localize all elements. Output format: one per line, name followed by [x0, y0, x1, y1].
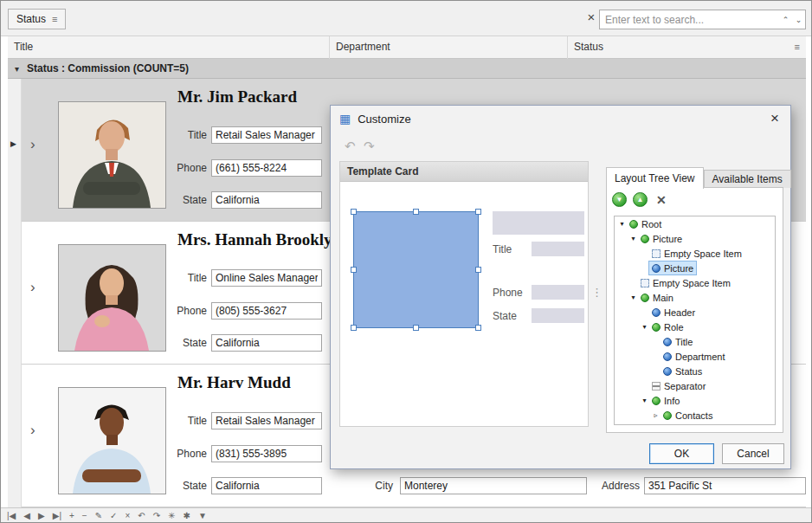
group-icon — [629, 220, 638, 229]
tree-node-empty-space-2[interactable]: Empty Space Item — [615, 275, 775, 290]
selected-picture-item[interactable] — [353, 211, 479, 328]
expander-icon[interactable]: ▾ — [640, 323, 649, 331]
column-header-title[interactable]: Title — [8, 36, 330, 59]
resize-handle[interactable] — [413, 325, 419, 331]
customer-name: Mr. Jim Packard — [177, 87, 297, 107]
accept-changes-icon[interactable]: ✓ — [110, 512, 117, 520]
title-field-label: Title — [169, 272, 207, 284]
tree-node-info[interactable]: ▾ Info — [615, 393, 775, 408]
search-up-icon[interactable]: ⌃ — [779, 16, 792, 24]
undo-icon[interactable]: ↶ — [345, 139, 356, 154]
tree-node-separator[interactable]: Separator — [615, 378, 775, 393]
row-expand-icon[interactable]: › — [30, 136, 35, 153]
header-placeholder[interactable] — [493, 211, 584, 235]
dialog-title-bar[interactable]: ▦ Customize × — [331, 106, 790, 132]
cancel-changes-icon[interactable]: × — [125, 512, 130, 520]
row-expand-icon[interactable]: › — [30, 422, 35, 439]
expander-icon[interactable]: ▾ — [640, 397, 649, 404]
cancel-button[interactable]: Cancel — [722, 443, 784, 464]
tree-node-main[interactable]: ▾ Main — [615, 290, 775, 305]
city-field-label: City — [355, 480, 393, 492]
state-field-input[interactable] — [211, 477, 322, 494]
state-field-label: State — [169, 480, 207, 492]
separator-icon — [652, 382, 661, 391]
state-field-label: State — [169, 337, 207, 349]
title-field-input[interactable] — [211, 269, 322, 287]
options-icon[interactable]: ✳ — [168, 512, 175, 520]
filter-icon[interactable]: ▼ — [198, 512, 207, 520]
expander-icon[interactable]: ▾ — [628, 235, 638, 242]
tree-node-contacts[interactable]: ▹ Contacts — [615, 408, 775, 423]
grouped-column-button[interactable]: Status ≡ — [8, 9, 66, 29]
splitter-grip-icon[interactable]: ⋮ — [591, 286, 603, 299]
append-record-icon[interactable]: + — [69, 512, 74, 520]
close-find-panel-icon[interactable]: × — [584, 10, 598, 24]
title-field-input[interactable] — [211, 412, 322, 429]
expander-icon[interactable]: ▹ — [651, 411, 661, 419]
address-field-label: Address — [593, 480, 640, 492]
undo-icon[interactable]: ↶ — [138, 512, 145, 520]
tree-node-picture[interactable]: Picture — [615, 261, 775, 275]
resize-handle[interactable] — [351, 209, 357, 215]
resize-handle[interactable] — [351, 267, 357, 273]
tree-node-role[interactable]: ▾ Role — [615, 320, 775, 334]
state-field-input[interactable] — [211, 191, 322, 209]
data-navigator: |◀ ◀ ▶ ▶| + − ✎ ✓ × ↶ ↷ ✳ ✱ ▼ — [1, 507, 811, 523]
title-placeholder[interactable] — [532, 242, 584, 256]
title-field-input[interactable] — [211, 126, 322, 144]
phone-field-input[interactable] — [211, 302, 322, 320]
redo-icon[interactable]: ↷ — [153, 512, 160, 520]
address-field-input[interactable] — [644, 477, 806, 494]
column-header-department[interactable]: Department — [330, 36, 568, 59]
customer-photo — [58, 101, 166, 209]
tree-node-empty-space-1[interactable]: Empty Space Item — [615, 246, 775, 261]
tree-node-title[interactable]: Title — [615, 334, 775, 349]
expander-icon[interactable]: ▾ — [617, 220, 627, 228]
tree-node-header[interactable]: Header — [615, 305, 775, 320]
city-field-input[interactable] — [400, 477, 587, 494]
phone-field-input[interactable] — [211, 159, 322, 177]
delete-item-icon[interactable]: ✕ — [656, 193, 667, 207]
group-collapse-icon[interactable]: ▾ — [15, 64, 27, 74]
resize-handle[interactable] — [475, 325, 481, 331]
nav-prev-icon[interactable]: ◀ — [23, 512, 30, 520]
ok-button[interactable]: OK — [649, 443, 714, 464]
options-secondary-icon[interactable]: ✱ — [183, 512, 190, 520]
delete-record-icon[interactable]: − — [82, 512, 87, 520]
nav-next-icon[interactable]: ▶ — [38, 512, 45, 520]
phone-field-input[interactable] — [211, 445, 322, 462]
app-window: Status ≡ × ⌃ ⌄ Title Department Status ≡… — [0, 0, 812, 523]
state-placeholder[interactable] — [532, 308, 584, 323]
expander-icon[interactable]: ▾ — [628, 294, 638, 301]
redo-icon[interactable]: ↷ — [364, 139, 375, 154]
move-up-button[interactable]: ▲ — [633, 192, 648, 207]
resize-handle[interactable] — [475, 267, 481, 273]
group-icon — [663, 411, 672, 420]
column-header-status[interactable]: Status ≡ — [568, 36, 806, 59]
tab-available-items[interactable]: Available Items — [704, 170, 791, 188]
tree-node-department[interactable]: Department — [615, 349, 775, 364]
resize-handle[interactable] — [475, 209, 481, 215]
state-field-label: State — [169, 194, 207, 206]
nav-first-icon[interactable]: |◀ — [7, 512, 16, 520]
resize-handle[interactable] — [413, 209, 419, 215]
tab-layout-tree-view[interactable]: Layout Tree View — [606, 167, 704, 189]
search-down-icon[interactable]: ⌄ — [792, 16, 805, 24]
tree-node-root[interactable]: ▾ Root — [615, 216, 775, 231]
resize-handle[interactable] — [351, 325, 357, 331]
tree-node-status[interactable]: Status — [615, 364, 775, 378]
group-row[interactable]: ▾ Status : Commission (COUNT=5) — [8, 59, 806, 79]
tree-node-picture-group[interactable]: ▾ Picture — [615, 231, 775, 246]
dialog-close-icon[interactable]: × — [768, 110, 782, 127]
tree-toolbar: ▼ ▲ ✕ — [612, 192, 667, 207]
nav-last-icon[interactable]: ▶| — [53, 512, 61, 520]
group-by-panel: Status ≡ × ⌃ ⌄ — [1, 1, 811, 36]
state-field-input[interactable] — [211, 334, 322, 352]
move-down-button[interactable]: ▼ — [612, 192, 627, 207]
edit-record-icon[interactable]: ✎ — [95, 512, 102, 520]
column-header-row: Title Department Status ≡ — [8, 36, 806, 59]
search-input[interactable] — [600, 14, 779, 26]
phone-placeholder[interactable] — [532, 285, 584, 300]
row-expand-icon[interactable]: › — [30, 279, 35, 296]
template-state-label: State — [493, 310, 517, 322]
